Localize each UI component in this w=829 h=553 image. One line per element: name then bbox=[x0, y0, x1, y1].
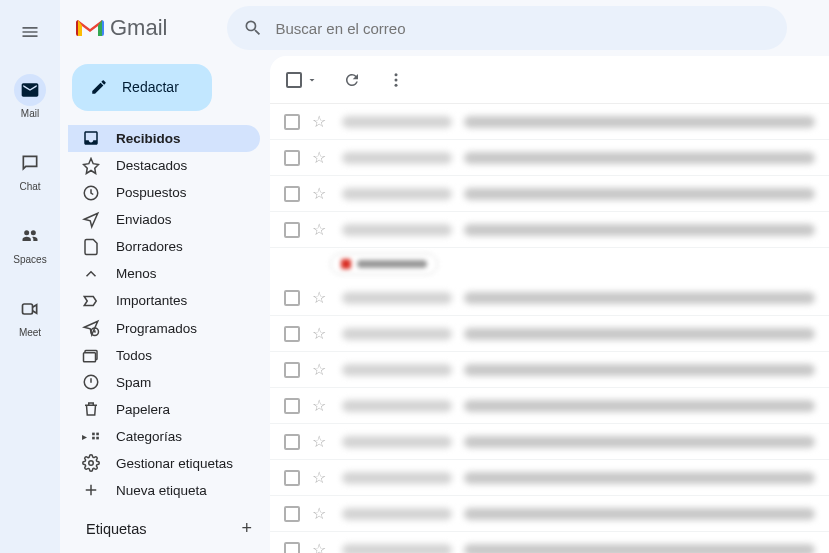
rail-spaces[interactable]: Spaces bbox=[4, 214, 56, 271]
mail-panel: ☆ ☆ ☆ ☆ ☆ ☆ ☆ ☆ ☆ ☆ ☆ ☆ ☆ bbox=[270, 56, 829, 553]
row-star[interactable]: ☆ bbox=[312, 288, 330, 307]
sidebar-important-label: Importantes bbox=[116, 293, 187, 308]
sidebar-manage-label: Gestionar etiquetas bbox=[116, 456, 233, 471]
svg-point-14 bbox=[395, 78, 398, 81]
row-star[interactable]: ☆ bbox=[312, 504, 330, 523]
mail-row[interactable]: ☆ bbox=[270, 104, 829, 140]
sidebar-item-manage-labels[interactable]: Gestionar etiquetas bbox=[68, 450, 260, 477]
plus-icon bbox=[82, 481, 100, 499]
svg-rect-8 bbox=[92, 433, 95, 436]
svg-rect-10 bbox=[92, 437, 95, 440]
row-checkbox[interactable] bbox=[284, 506, 300, 522]
row-star[interactable]: ☆ bbox=[312, 148, 330, 167]
row-star[interactable]: ☆ bbox=[312, 220, 330, 239]
mail-row[interactable]: ☆ bbox=[270, 140, 829, 176]
sidebar-spam-label: Spam bbox=[116, 375, 151, 390]
mail-row[interactable]: ☆ bbox=[270, 532, 829, 553]
chevron-up-icon bbox=[82, 265, 100, 283]
mail-row[interactable]: ☆ bbox=[270, 316, 829, 352]
sidebar-item-inbox[interactable]: Recibidos bbox=[68, 125, 260, 152]
sidebar-item-snoozed[interactable]: Pospuestos bbox=[68, 179, 260, 206]
search-bar[interactable] bbox=[227, 6, 787, 50]
mail-sender bbox=[342, 544, 452, 554]
refresh-button[interactable] bbox=[342, 70, 362, 90]
rail-meet[interactable]: Meet bbox=[4, 287, 56, 344]
mail-subject bbox=[464, 116, 815, 128]
row-star[interactable]: ☆ bbox=[312, 432, 330, 451]
sidebar-item-sent[interactable]: Enviados bbox=[68, 206, 260, 233]
mail-subject bbox=[464, 508, 815, 520]
mail-row[interactable]: ☆ bbox=[270, 176, 829, 212]
svg-point-15 bbox=[395, 83, 398, 86]
row-checkbox[interactable] bbox=[284, 114, 300, 130]
add-label-button[interactable]: + bbox=[241, 518, 252, 539]
row-checkbox[interactable] bbox=[284, 326, 300, 342]
row-checkbox[interactable] bbox=[284, 542, 300, 554]
row-star[interactable]: ☆ bbox=[312, 468, 330, 487]
row-checkbox[interactable] bbox=[284, 150, 300, 166]
row-star[interactable]: ☆ bbox=[312, 112, 330, 131]
row-star[interactable]: ☆ bbox=[312, 324, 330, 343]
attachment-chip[interactable] bbox=[330, 253, 438, 275]
more-button[interactable] bbox=[386, 70, 406, 90]
row-checkbox[interactable] bbox=[284, 186, 300, 202]
mail-row[interactable]: ☆ bbox=[270, 352, 829, 388]
sidebar-item-spam[interactable]: Spam bbox=[68, 369, 260, 396]
svg-rect-9 bbox=[96, 433, 99, 436]
header: Gmail bbox=[60, 0, 829, 56]
svg-rect-2 bbox=[23, 304, 33, 314]
mail-row[interactable]: ☆ bbox=[270, 212, 829, 248]
mail-row[interactable]: ☆ bbox=[270, 460, 829, 496]
mail-sender bbox=[342, 436, 452, 448]
sidebar-item-categories[interactable]: ▸ Categorías bbox=[68, 423, 260, 450]
row-checkbox[interactable] bbox=[284, 222, 300, 238]
mail-row[interactable]: ☆ bbox=[270, 280, 829, 316]
mail-subject bbox=[464, 188, 815, 200]
row-star[interactable]: ☆ bbox=[312, 396, 330, 415]
rail-meet-label: Meet bbox=[19, 327, 41, 338]
rail-spaces-label: Spaces bbox=[13, 254, 46, 265]
sidebar-trash-label: Papelera bbox=[116, 402, 170, 417]
sidebar-item-starred[interactable]: Destacados bbox=[68, 152, 260, 179]
row-star[interactable]: ☆ bbox=[312, 540, 330, 553]
main-menu-button[interactable] bbox=[10, 12, 50, 52]
row-star[interactable]: ☆ bbox=[312, 360, 330, 379]
row-star[interactable]: ☆ bbox=[312, 184, 330, 203]
search-input[interactable] bbox=[275, 20, 771, 37]
gmail-logo[interactable]: Gmail bbox=[76, 15, 167, 41]
compose-button[interactable]: Redactar bbox=[72, 64, 212, 111]
row-checkbox[interactable] bbox=[284, 290, 300, 306]
sidebar-item-new-label[interactable]: Nueva etiqueta bbox=[68, 477, 260, 504]
row-checkbox[interactable] bbox=[284, 398, 300, 414]
mail-row[interactable]: ☆ bbox=[270, 424, 829, 460]
rail-mail[interactable]: Mail bbox=[4, 68, 56, 125]
mail-icon bbox=[20, 80, 40, 100]
sidebar-item-scheduled[interactable]: Programados bbox=[68, 314, 260, 341]
row-checkbox[interactable] bbox=[284, 434, 300, 450]
compose-label: Redactar bbox=[122, 79, 179, 95]
search-icon bbox=[243, 18, 263, 38]
rail-chat[interactable]: Chat bbox=[4, 141, 56, 198]
sidebar-item-drafts[interactable]: Borradores bbox=[68, 233, 260, 260]
rail-mail-label: Mail bbox=[21, 108, 39, 119]
sidebar-item-trash[interactable]: Papelera bbox=[68, 396, 260, 423]
inbox-icon bbox=[82, 129, 100, 147]
mail-subject bbox=[464, 292, 815, 304]
row-checkbox[interactable] bbox=[284, 362, 300, 378]
mail-subject bbox=[464, 328, 815, 340]
svg-point-0 bbox=[24, 230, 29, 235]
sidebar-item-important[interactable]: Importantes bbox=[68, 287, 260, 314]
svg-rect-11 bbox=[96, 437, 99, 440]
chevron-down-icon bbox=[306, 74, 318, 86]
content-area: Redactar Recibidos Destacados Pospuestos… bbox=[60, 56, 829, 553]
mail-row[interactable]: ☆ bbox=[270, 496, 829, 532]
sidebar-all-label: Todos bbox=[116, 348, 152, 363]
sidebar-item-all[interactable]: Todos bbox=[68, 342, 260, 369]
svg-point-12 bbox=[89, 461, 94, 466]
mail-row[interactable]: ☆ bbox=[270, 388, 829, 424]
chat-icon bbox=[20, 153, 40, 173]
mail-sender bbox=[342, 472, 452, 484]
select-all-checkbox[interactable] bbox=[286, 72, 318, 88]
sidebar-item-less[interactable]: Menos bbox=[68, 260, 260, 287]
row-checkbox[interactable] bbox=[284, 470, 300, 486]
